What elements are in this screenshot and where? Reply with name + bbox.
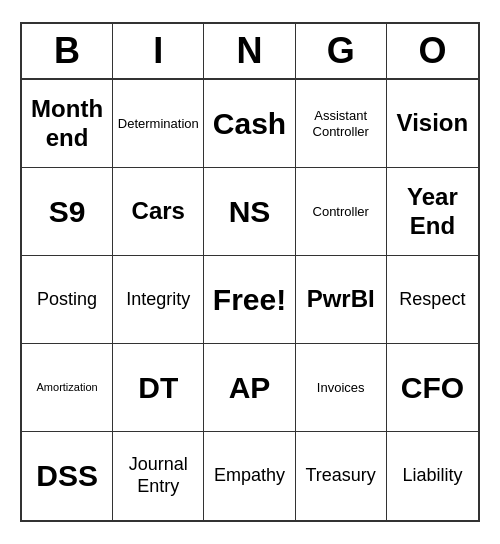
bingo-cell: NS — [204, 168, 295, 256]
cell-label: AP — [229, 370, 271, 406]
cell-label: Posting — [37, 289, 97, 311]
bingo-cell: Cash — [204, 80, 295, 168]
cell-label: Free! — [213, 282, 286, 318]
bingo-cell: Empathy — [204, 432, 295, 520]
header-letter: G — [296, 24, 387, 78]
bingo-cell: AP — [204, 344, 295, 432]
cell-label: Amortization — [37, 381, 98, 394]
cell-label: YearEnd — [407, 183, 458, 241]
bingo-cell: Free! — [204, 256, 295, 344]
bingo-cell: JournalEntry — [113, 432, 204, 520]
bingo-cell: Respect — [387, 256, 478, 344]
bingo-cell: Posting — [22, 256, 113, 344]
bingo-cell: AssistantController — [296, 80, 387, 168]
bingo-cell: DT — [113, 344, 204, 432]
bingo-cell: Invoices — [296, 344, 387, 432]
header-letter: N — [204, 24, 295, 78]
bingo-cell: Monthend — [22, 80, 113, 168]
bingo-cell: Amortization — [22, 344, 113, 432]
bingo-cell: Treasury — [296, 432, 387, 520]
bingo-cell: Liability — [387, 432, 478, 520]
cell-label: PwrBI — [307, 285, 375, 314]
bingo-cell: Vision — [387, 80, 478, 168]
header-letter: B — [22, 24, 113, 78]
cell-label: CFO — [401, 370, 464, 406]
cell-label: Integrity — [126, 289, 190, 311]
cell-label: Determination — [118, 116, 199, 132]
bingo-cell: CFO — [387, 344, 478, 432]
cell-label: Liability — [402, 465, 462, 487]
cell-label: Monthend — [31, 95, 103, 153]
cell-label: NS — [229, 194, 271, 230]
cell-label: DSS — [36, 458, 98, 494]
bingo-cell: Integrity — [113, 256, 204, 344]
cell-label: Treasury — [306, 465, 376, 487]
bingo-card: BINGO MonthendDeterminationCashAssistant… — [20, 22, 480, 522]
cell-label: Controller — [313, 204, 369, 220]
cell-label: DT — [138, 370, 178, 406]
cell-label: JournalEntry — [129, 454, 188, 497]
bingo-cell: Determination — [113, 80, 204, 168]
bingo-cell: YearEnd — [387, 168, 478, 256]
bingo-grid: MonthendDeterminationCashAssistantContro… — [22, 80, 478, 520]
bingo-cell: Cars — [113, 168, 204, 256]
bingo-cell: DSS — [22, 432, 113, 520]
cell-label: AssistantController — [313, 108, 369, 139]
bingo-cell: S9 — [22, 168, 113, 256]
cell-label: Cars — [132, 197, 185, 226]
header-letter: I — [113, 24, 204, 78]
header-letter: O — [387, 24, 478, 78]
bingo-cell: Controller — [296, 168, 387, 256]
cell-label: S9 — [49, 194, 86, 230]
bingo-header: BINGO — [22, 24, 478, 80]
bingo-cell: PwrBI — [296, 256, 387, 344]
cell-label: Respect — [399, 289, 465, 311]
cell-label: Empathy — [214, 465, 285, 487]
cell-label: Vision — [397, 109, 469, 138]
cell-label: Invoices — [317, 380, 365, 396]
cell-label: Cash — [213, 106, 286, 142]
